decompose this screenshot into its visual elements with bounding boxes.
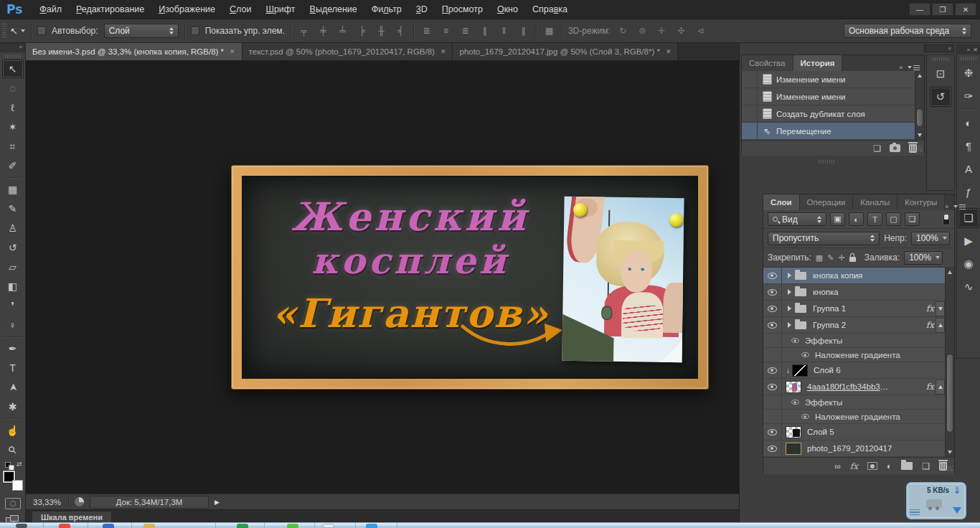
paths-panel-icon[interactable]: ∿ (958, 277, 979, 297)
clone-stamp-tool[interactable]: ♙ (2, 219, 24, 237)
history-item[interactable]: Изменение имени (742, 88, 915, 105)
scroll-up-icon[interactable] (918, 74, 922, 77)
taskbar-icon-red[interactable] (59, 524, 70, 528)
close-icon[interactable]: ✕ (666, 48, 672, 55)
distribute-top-icon[interactable]: ≣ (420, 26, 433, 36)
menu-window[interactable]: Окно (490, 1, 525, 18)
windows-taskbar[interactable] (0, 522, 980, 528)
healing-brush-tool[interactable]: ▦ (2, 180, 24, 199)
layer-row-gruppa-2[interactable]: Группа 2fx (763, 317, 945, 334)
document-tab-1[interactable]: Без имени-3.psd @ 33,3% (кнопка копия, R… (26, 43, 242, 60)
auto-align-layers-icon[interactable]: ▦ (542, 26, 556, 36)
dodge-tool[interactable]: ♀ (2, 316, 24, 334)
options-drag-handle[interactable] (2, 24, 6, 39)
adjustments-panel-icon[interactable]: ◐ (958, 113, 979, 133)
history-item[interactable]: Создать дубликат слоя (742, 105, 915, 123)
visibility-toggle[interactable] (763, 424, 782, 440)
custom-shape-tool[interactable]: ✱ (2, 397, 24, 416)
expand-group-icon[interactable] (788, 273, 791, 278)
history-item[interactable]: Изменение имени (742, 71, 915, 88)
new-snapshot-icon[interactable] (890, 144, 900, 152)
taskbar-icon-blue-window[interactable] (103, 524, 114, 528)
history-source-checkbox[interactable] (742, 71, 758, 88)
distribute-left-icon[interactable]: ∥ (478, 26, 491, 36)
start-orb[interactable] (16, 524, 27, 528)
collapse-effects-icon[interactable] (936, 380, 945, 395)
opacity-select[interactable]: 100% (911, 232, 950, 245)
path-selection-tool[interactable]: ➤ (2, 378, 24, 397)
visibility-toggle[interactable] (763, 284, 782, 300)
status-flyout-icon[interactable]: ▶ (215, 499, 220, 506)
layer-thumbnail[interactable] (792, 364, 808, 377)
panel-menu-icon[interactable] (908, 65, 920, 70)
gradient-tool[interactable]: ◧ (2, 277, 24, 296)
filter-toggle-switch[interactable] (943, 213, 950, 225)
history-panel-icon[interactable]: ↺ (930, 87, 951, 107)
adjustment-layer-icon[interactable]: ◐ (887, 461, 892, 471)
taskbar-icon-folder[interactable] (143, 524, 155, 528)
dock-drag-handle[interactable] (819, 160, 834, 164)
menu-3d[interactable]: 3D (409, 1, 435, 18)
paragraph-panel-icon[interactable]: ¶ (958, 136, 979, 156)
quick-mask-button[interactable] (5, 498, 21, 509)
background-color-swatch[interactable] (12, 480, 23, 491)
scrollbar-thumb[interactable] (946, 354, 953, 433)
tab-layers[interactable]: Слои (763, 194, 800, 210)
align-vcenter-icon[interactable]: ╪ (316, 26, 330, 36)
minimize-button[interactable]: — (909, 3, 930, 16)
new-layer-icon[interactable]: ❏ (922, 461, 930, 471)
chalkboard-artwork[interactable]: Женский косплей «Гигантов» (231, 165, 709, 390)
eye-icon[interactable] (791, 400, 798, 405)
strip-expand-icon[interactable]: » (967, 47, 970, 53)
scroll-up-icon[interactable] (948, 270, 952, 274)
menu-select[interactable]: Выделение (303, 1, 364, 18)
layer-thumbnail[interactable] (786, 443, 801, 455)
menu-type[interactable]: Шрифт (258, 1, 302, 18)
move-tool[interactable]: ↖ (2, 60, 24, 78)
tab-channels[interactable]: Каналы (853, 194, 897, 210)
download-icon[interactable]: ⇓ (951, 485, 963, 499)
eye-icon[interactable] (801, 352, 809, 357)
marquee-tool[interactable]: ◌ (2, 79, 24, 98)
tools-drag-handle[interactable] (5, 55, 21, 58)
efficiency-icon[interactable] (75, 497, 84, 506)
foreground-background-swatches[interactable] (3, 471, 23, 491)
close-button[interactable]: ✕ (955, 3, 976, 16)
expand-group-icon[interactable] (788, 289, 791, 295)
history-source-checkbox[interactable] (742, 123, 758, 139)
layer-thumbnail[interactable] (786, 426, 801, 438)
delete-layer-icon[interactable] (939, 462, 947, 471)
workspace-select[interactable]: Основная рабочая среда (844, 24, 971, 38)
layer-row-knopka[interactable]: кнопка (763, 284, 945, 301)
visibility-toggle[interactable] (763, 301, 782, 316)
new-document-from-state-icon[interactable]: ❏ (873, 143, 881, 154)
fx-badge[interactable]: fx (926, 382, 936, 392)
fx-badge[interactable]: fx (926, 303, 936, 314)
download-speed-widget[interactable]: 5 KB/s ⇓ (906, 482, 966, 519)
layer-row-knopka-kopiya[interactable]: кнопка копия (763, 268, 945, 284)
tools-collapse-icon[interactable]: » (0, 43, 25, 52)
tab-history[interactable]: История (793, 55, 843, 71)
distribute-vcenter-icon[interactable]: ≡ (439, 26, 453, 36)
close-icon[interactable]: ✕ (440, 48, 446, 55)
menu-image[interactable]: Изображение (151, 1, 222, 18)
character-panel-icon[interactable]: A (958, 159, 979, 179)
history-brush-tool[interactable]: ↺ (2, 238, 24, 257)
zoom-tool[interactable]: ⚲ (2, 440, 24, 459)
align-top-icon[interactable]: ╤ (297, 26, 311, 36)
fill-select[interactable]: 100% (904, 251, 943, 265)
menu-edit[interactable]: Редактирование (69, 1, 151, 18)
visibility-toggle[interactable] (763, 379, 782, 395)
align-left-icon[interactable]: ╞ (355, 26, 369, 36)
layer-row-4aaa[interactable]: 4aaa180f1cfb34bb375114f25...fx (763, 379, 945, 395)
gradient-overlay-row[interactable]: Наложение градиента (763, 410, 945, 424)
gradient-overlay-row[interactable]: Наложение градиента (763, 348, 945, 362)
add-layer-mask-icon[interactable] (867, 462, 877, 470)
filter-adjustment-layers-icon[interactable]: ◐ (849, 212, 864, 226)
pinned-photo[interactable] (562, 197, 684, 362)
styles-panel-icon[interactable]: ƒ (958, 182, 979, 202)
tab-paths[interactable]: Контуры (897, 194, 945, 210)
close-icon[interactable]: ✕ (230, 48, 235, 55)
layers-scrollbar[interactable] (945, 268, 954, 457)
visibility-toggle[interactable] (763, 362, 782, 378)
